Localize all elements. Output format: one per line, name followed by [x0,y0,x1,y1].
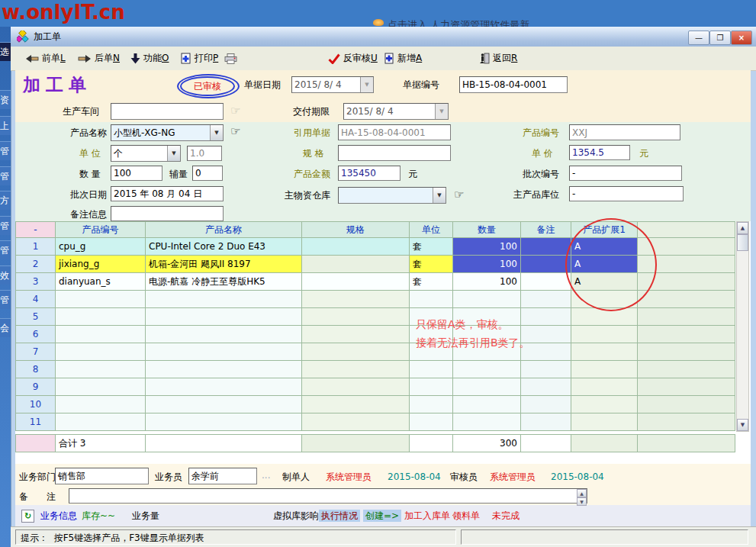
table-cell[interactable] [302,413,410,431]
dialog-titlebar[interactable]: 加工单 [11,27,756,47]
table-row[interactable]: 6 [16,326,735,343]
table-row[interactable]: 2jixiang_g机箱-金河田 飓风II 8197套100A [16,256,735,273]
table-cell[interactable] [521,291,571,308]
tab-create[interactable]: 创建=> [363,510,401,522]
table-cell[interactable] [146,326,302,343]
table-cell[interactable]: 机箱-金河田 飓风II 8197 [146,256,302,273]
background-sidebar-item[interactable]: 资 [0,90,11,109]
return-button[interactable]: 返回R [479,52,517,65]
restore-button[interactable]: ❐ [709,31,731,45]
background-sidebar-item[interactable]: 上 [0,116,11,135]
row-number-cell[interactable]: 10 [16,396,56,413]
table-cell[interactable] [302,361,410,378]
remark-input[interactable] [69,488,587,504]
table-cell[interactable]: A [571,273,638,291]
row-number-cell[interactable]: 9 [16,378,56,396]
table-cell[interactable] [521,413,571,431]
row-number-cell[interactable]: 4 [16,291,56,308]
table-cell[interactable] [521,256,571,273]
table-cell[interactable] [521,378,571,396]
warehouse-combo[interactable]: ▼ [338,187,446,204]
table-cell[interactable] [571,343,638,361]
table-cell[interactable] [571,361,638,378]
batch-date-input[interactable]: 2015 年 08 月 04 日 [111,186,224,201]
table-cell[interactable] [56,326,146,343]
table-cell[interactable] [302,326,410,343]
scroll-thumb[interactable] [737,234,748,251]
table-row[interactable]: 9 [16,378,735,396]
product-code-input[interactable]: XXJ [569,124,680,140]
table-cell[interactable] [56,291,146,308]
background-sidebar-item[interactable]: 效 [0,265,11,285]
unapprove-button[interactable]: 反审核U [328,52,378,65]
table-cell[interactable] [56,308,146,326]
pointing-hand-icon[interactable]: ☞ [454,189,464,201]
main-loc-input[interactable]: - [569,186,684,201]
table-cell[interactable] [571,326,638,343]
table-row[interactable]: 1cpu_gCPU-Intel Core 2 Duo E43套100A [16,238,735,256]
table-row[interactable]: 4 [16,291,735,308]
table-cell[interactable]: A [571,256,638,273]
table-cell[interactable] [410,378,453,396]
table-cell[interactable] [146,308,302,326]
table-cell[interactable] [453,361,521,378]
table-cell[interactable] [453,378,521,396]
price-input[interactable]: 1354.5 [569,145,630,160]
tab-business-info[interactable]: 业务信息 [38,510,79,522]
table-cell[interactable]: CPU-Intel Core 2 Duo E43 [146,238,302,256]
table-row[interactable]: 7 [16,343,735,361]
row-number-cell[interactable]: 5 [16,308,56,326]
memo-input[interactable] [111,206,224,221]
table-cell[interactable] [410,361,453,378]
row-number-cell[interactable]: 2 [16,256,56,273]
table-cell[interactable] [453,413,521,431]
amount-input[interactable]: 135450 [338,166,401,181]
dept-input[interactable]: 销售部 [55,468,149,484]
table-cell[interactable] [302,308,410,326]
background-sidebar-item[interactable]: 管 [0,141,11,160]
row-number-cell[interactable]: 6 [16,326,56,343]
table-cell[interactable] [146,361,302,378]
doc-no-input[interactable]: HB-15-08-04-0001 [459,76,568,93]
table-row[interactable]: 8 [16,361,735,378]
background-sidebar-item[interactable]: 管 [0,240,11,259]
table-cell[interactable]: 100 [453,238,521,256]
chevron-down-icon[interactable]: ▼ [435,104,448,119]
table-row[interactable]: 10 [16,396,735,413]
row-number-cell[interactable]: 1 [16,238,56,256]
row-number-cell[interactable]: 3 [16,273,56,291]
link-inbound-order[interactable]: 加工入库单 [402,510,452,522]
table-cell[interactable] [146,291,302,308]
table-cell[interactable] [571,291,638,308]
table-row[interactable]: 5 [16,308,735,326]
add-new-button[interactable]: 新增A [384,52,422,65]
chevron-down-icon[interactable]: ▼ [360,77,373,92]
prev-doc-button[interactable]: 前单L [25,52,66,65]
table-cell[interactable] [56,361,146,378]
close-button[interactable]: × [731,31,752,45]
table-cell[interactable]: dianyuan_s [56,273,146,291]
ref-doc-input[interactable]: HA-15-08-04-0001 [338,124,451,140]
table-cell[interactable] [146,343,302,361]
table-row[interactable]: 3dianyuan_s电源-航嘉 冷静王至尊版HK5套100A [16,273,735,291]
spec-input[interactable] [338,145,451,161]
chevron-down-icon[interactable]: ▼ [210,125,223,140]
table-cell[interactable] [571,396,638,413]
chevron-down-icon[interactable]: ▼ [433,188,446,203]
background-sidebar-item[interactable]: 管 [0,216,11,235]
table-cell[interactable] [302,343,410,361]
table-cell[interactable] [521,361,571,378]
table-cell[interactable] [521,273,571,291]
table-cell[interactable] [410,291,453,308]
tab-stock[interactable]: 库存~~ [79,510,117,522]
tab-exec-status[interactable]: 执行情况 [319,510,360,522]
aux-qty-input[interactable]: 0 [192,166,223,181]
deadline-combo[interactable]: 2015/ 8/ 4▼ [343,103,449,120]
table-cell[interactable] [302,273,410,291]
table-cell[interactable]: A [571,238,638,256]
table-cell[interactable]: cpu_g [56,238,146,256]
table-cell[interactable]: 电源-航嘉 冷静王至尊版HK5 [146,273,302,291]
table-cell[interactable] [410,413,453,431]
clerk-input[interactable]: 余学前 [188,468,257,484]
next-doc-button[interactable]: 后单N [78,52,120,65]
